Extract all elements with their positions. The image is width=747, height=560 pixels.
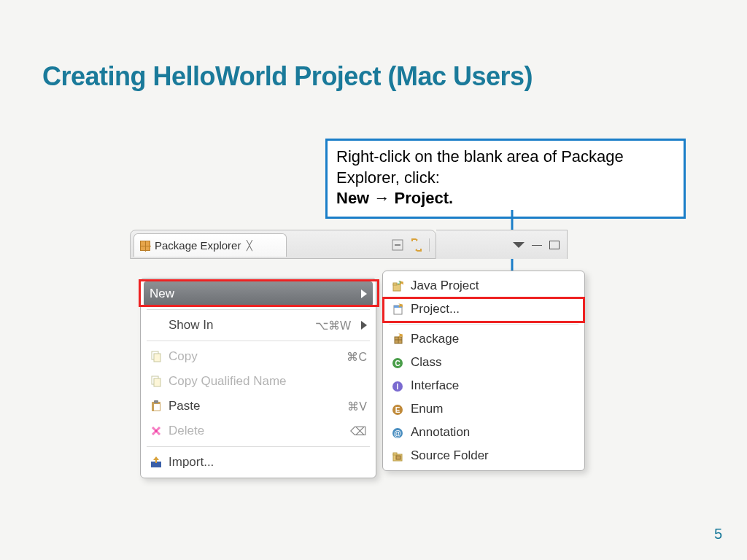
copy-icon: [150, 375, 163, 388]
menu-item-paste[interactable]: Paste ⌘V: [141, 394, 376, 419]
submenu-item-class[interactable]: C Class: [383, 351, 584, 374]
tab-label: Package Explorer: [155, 239, 241, 252]
menu-item-copy-qualified[interactable]: Copy Qualified Name: [141, 369, 376, 394]
menu-label: Project...: [411, 302, 576, 316]
shortcut-text: ⌫: [350, 424, 367, 438]
menu-item-show-in[interactable]: Show In ⌥⌘W: [141, 313, 376, 338]
view-controls: [436, 230, 568, 259]
copy-icon: [150, 350, 163, 363]
svg-text:E: E: [395, 406, 400, 414]
annotation-icon: @: [392, 426, 405, 439]
context-menu: New Show In ⌥⌘W Copy ⌘C Copy Qualified N…: [140, 278, 376, 478]
enum-icon: E: [392, 402, 405, 416]
package-icon: [392, 332, 405, 346]
menu-separator: [389, 324, 578, 324]
menu-label: New: [150, 287, 351, 301]
menu-label: Copy Qualified Name: [169, 374, 367, 389]
shortcut-text: ⌥⌘W: [315, 319, 351, 332]
toolbar-separator: [429, 238, 430, 252]
menu-separator: [147, 446, 370, 447]
svg-rect-12: [154, 400, 158, 403]
submenu-arrow-icon: [361, 321, 367, 330]
callout-new: New: [336, 189, 369, 207]
package-explorer-icon: [140, 241, 150, 251]
shortcut-text: ⌘V: [347, 400, 367, 413]
callout-line1: Right-click on the blank area of Package…: [336, 147, 624, 187]
submenu-item-java-project[interactable]: J Java Project: [383, 274, 584, 298]
link-editor-icon[interactable]: [410, 238, 423, 252]
page-number: 5: [714, 526, 722, 542]
submenu-item-project[interactable]: Project...: [383, 298, 584, 321]
blank-icon: [150, 319, 163, 332]
menu-label: Class: [411, 355, 576, 370]
svg-rect-9: [154, 378, 160, 386]
arrow-glyph: →: [374, 189, 394, 207]
tab-close-icon[interactable]: ╳: [247, 240, 252, 251]
minimize-icon[interactable]: [532, 245, 542, 249]
instruction-callout: Right-click on the blank area of Package…: [325, 139, 686, 219]
java-project-icon: J: [392, 279, 405, 292]
import-icon: [150, 456, 163, 469]
svg-rect-11: [154, 404, 160, 411]
svg-text:J: J: [398, 279, 400, 286]
menu-label: Import...: [169, 455, 367, 470]
menu-item-copy[interactable]: Copy ⌘C: [141, 344, 376, 369]
menu-label: Delete: [169, 424, 344, 438]
menu-item-delete[interactable]: Delete ⌫: [141, 419, 376, 443]
paste-icon: [150, 400, 163, 413]
delete-icon: [150, 424, 163, 438]
menu-item-import[interactable]: Import...: [141, 450, 376, 475]
menu-label: Java Project: [411, 279, 576, 293]
view-menu-icon[interactable]: [513, 242, 525, 248]
menu-separator: [147, 309, 370, 310]
source-folder-icon: [392, 449, 405, 462]
svg-marker-4: [416, 238, 418, 241]
svg-marker-5: [415, 249, 417, 252]
collapse-all-icon[interactable]: [391, 238, 404, 252]
svg-text:C: C: [395, 359, 400, 368]
submenu-item-enum[interactable]: E Enum: [383, 397, 584, 421]
project-icon: [392, 303, 405, 316]
svg-rect-37: [393, 453, 397, 455]
menu-separator: [147, 341, 370, 341]
interface-icon: I: [392, 379, 405, 392]
package-explorer-tab[interactable]: Package Explorer ╳: [133, 233, 287, 257]
submenu-arrow-icon: [361, 289, 367, 298]
menu-label: Enum: [411, 402, 576, 416]
maximize-icon[interactable]: [549, 241, 560, 249]
svg-rect-38: [396, 456, 400, 459]
menu-label: Package: [411, 332, 576, 346]
callout-project: Project.: [395, 189, 454, 207]
class-icon: C: [392, 356, 405, 369]
svg-text:I: I: [397, 383, 399, 391]
svg-rect-18: [393, 283, 397, 285]
submenu-item-interface[interactable]: I Interface: [383, 374, 584, 397]
submenu-item-package[interactable]: Package: [383, 327, 584, 351]
menu-label: Copy: [169, 349, 341, 364]
eclipse-tabbar: Package Explorer ╳: [130, 230, 436, 259]
menu-label: Source Folder: [411, 448, 576, 463]
svg-text:@: @: [394, 429, 401, 438]
eclipse-screenshot: Package Explorer ╳ New: [130, 230, 626, 521]
submenu-item-annotation[interactable]: @ Annotation: [383, 421, 584, 444]
shortcut-text: ⌘C: [347, 350, 367, 364]
view-toolbar: [391, 233, 430, 257]
svg-rect-7: [154, 354, 160, 362]
submenu-item-source-folder[interactable]: Source Folder: [383, 444, 584, 467]
new-submenu: J Java Project Project... Package C Clas…: [382, 271, 585, 471]
menu-item-new[interactable]: New: [144, 281, 373, 306]
slide-title: Creating HelloWorld Project (Mac Users): [42, 61, 533, 92]
menu-label: Annotation: [411, 425, 576, 440]
menu-label: Paste: [169, 399, 341, 413]
menu-label: Show In: [169, 318, 309, 332]
menu-label: Interface: [411, 378, 576, 393]
